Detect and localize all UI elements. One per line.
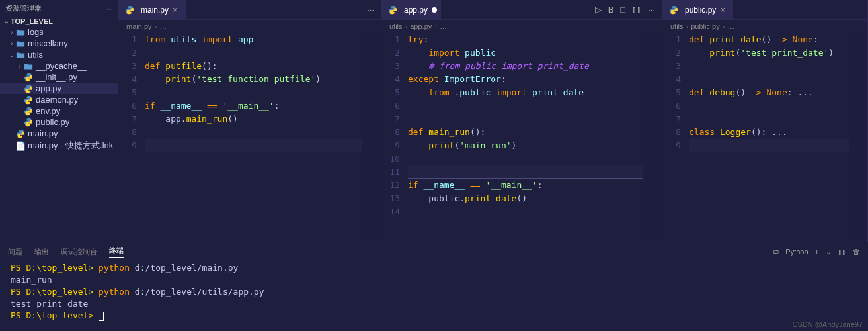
- code-line[interactable]: try:: [408, 33, 643, 46]
- editor-action-icon[interactable]: B: [608, 5, 614, 15]
- code-line[interactable]: if __name__ == '__main__':: [408, 179, 643, 192]
- split-icon[interactable]: ⫿⫿: [838, 248, 846, 256]
- minimap[interactable]: [849, 33, 867, 242]
- editor-action-icon[interactable]: □: [620, 5, 625, 15]
- code-body[interactable]: try: import public # from public import …: [408, 33, 643, 242]
- file-__init__.py[interactable]: __init__.py: [0, 71, 118, 83]
- add-terminal-icon[interactable]: +: [815, 248, 819, 256]
- editor-pane-public.py: public.py×utils›public.py›…123456789def …: [662, 0, 868, 242]
- code-line[interactable]: [408, 205, 643, 218]
- code-line[interactable]: [689, 73, 849, 86]
- code-line[interactable]: public.print_date(): [408, 192, 643, 205]
- editor-action-icon[interactable]: ⫿⫿: [632, 5, 641, 15]
- code-line[interactable]: [689, 99, 849, 113]
- chevron-down-icon[interactable]: ⌄: [826, 248, 832, 256]
- code-body[interactable]: def print_date() -> None: print('test pr…: [689, 33, 849, 242]
- trash-icon[interactable]: 🗑: [853, 248, 860, 256]
- file-main.py[interactable]: main.py: [0, 128, 118, 139]
- crumb-segment[interactable]: …: [159, 23, 167, 30]
- terminal-lang: Python: [785, 248, 808, 256]
- crumb-segment[interactable]: utils: [670, 23, 684, 30]
- crumb-segment[interactable]: …: [727, 23, 734, 30]
- code-line[interactable]: [145, 139, 362, 152]
- code-line[interactable]: # from public import print_date: [408, 60, 643, 73]
- tree-item-label: __pycache__: [36, 61, 87, 71]
- minimap[interactable]: [643, 33, 662, 242]
- panel-tab-问题[interactable]: 问题: [8, 247, 22, 257]
- editor-tab[interactable]: public.py×: [662, 0, 733, 20]
- close-icon[interactable]: ×: [173, 5, 182, 15]
- explorer-sidebar: 资源管理器 ··· ⌄ TOP_LEVEL ›logs›miscellany⌄u…: [0, 0, 118, 242]
- code-line[interactable]: def main_run():: [408, 126, 643, 139]
- crumb-segment[interactable]: utils: [389, 23, 403, 30]
- editor-pane-app.py: app.py▷B□⫿⫿···utils›app.py›…123456789101…: [381, 0, 662, 242]
- code-line[interactable]: import public: [408, 46, 643, 60]
- code-body[interactable]: from utils import appdef putfile(): prin…: [145, 33, 362, 242]
- terminal[interactable]: PS D:\top_level> python d:/top_level/mai…: [0, 261, 868, 331]
- editor-tab[interactable]: app.py: [381, 0, 441, 20]
- code-line[interactable]: class Logger(): ...: [689, 126, 849, 139]
- code-line[interactable]: [408, 99, 643, 113]
- folder-utils[interactable]: ⌄utils: [0, 49, 118, 60]
- crumb-segment[interactable]: main.py: [126, 23, 152, 30]
- terminal-line: test print_date: [11, 298, 857, 310]
- code-line[interactable]: [145, 46, 362, 60]
- terminal-type-icon[interactable]: ⧉: [773, 248, 779, 256]
- folder-logs[interactable]: ›logs: [0, 26, 118, 38]
- code-line[interactable]: [408, 166, 643, 179]
- panel-tab-终端[interactable]: 终端: [109, 246, 124, 258]
- folder-miscellany[interactable]: ›miscellany: [0, 38, 118, 49]
- code-line[interactable]: [145, 86, 362, 99]
- code-line[interactable]: [408, 113, 643, 126]
- watermark: CSDN @AndyJane97: [792, 320, 863, 328]
- panel-tab-输出[interactable]: 输出: [34, 247, 49, 257]
- editor-action-icon[interactable]: ···: [648, 5, 655, 15]
- workspace-root[interactable]: ⌄ TOP_LEVEL: [0, 16, 118, 26]
- code-line[interactable]: def debug() -> None: ...: [689, 86, 849, 99]
- close-icon[interactable]: ×: [720, 5, 729, 15]
- panel-tab-调试控制台[interactable]: 调试控制台: [61, 247, 97, 257]
- code-line[interactable]: app.main_run(): [145, 113, 362, 126]
- crumb-segment[interactable]: public.py: [691, 23, 719, 30]
- crumb-segment[interactable]: app.py: [410, 23, 432, 30]
- code-line[interactable]: [689, 60, 849, 73]
- terminal-line: main_run: [11, 274, 857, 286]
- editor-action-icon[interactable]: ···: [367, 5, 374, 15]
- code-line[interactable]: from .public import print_date: [408, 86, 643, 99]
- code-line[interactable]: [689, 139, 849, 152]
- folder-__pycache__[interactable]: ›__pycache__: [0, 60, 118, 71]
- breadcrumb[interactable]: utils›public.py›…: [662, 20, 867, 33]
- gutter: 123456789: [118, 33, 145, 242]
- file-env.py[interactable]: env.py: [0, 105, 118, 117]
- file-daemon.py[interactable]: daemon.py: [0, 94, 118, 105]
- code-line[interactable]: from utils import app: [145, 33, 362, 46]
- editor-group: main.py×···main.py›…123456789from utils …: [118, 0, 868, 242]
- panel-tabs: 问题输出调试控制台终端⧉Python+⌄⫿⫿🗑: [0, 242, 868, 261]
- code-line[interactable]: if __name__ == '__main__':: [145, 99, 362, 113]
- root-label: TOP_LEVEL: [11, 17, 53, 25]
- tree-item-label: public.py: [36, 117, 69, 127]
- code-line[interactable]: print('main_run'): [408, 139, 643, 152]
- breadcrumb[interactable]: main.py›…: [118, 20, 381, 33]
- tree-item-label: main.py: [28, 128, 58, 138]
- more-icon[interactable]: ···: [105, 3, 112, 13]
- file-public.py[interactable]: public.py: [0, 117, 118, 128]
- file-main.py - 快捷方式.lnk[interactable]: 📄main.py - 快捷方式.lnk: [0, 139, 118, 152]
- crumb-segment[interactable]: …: [440, 23, 447, 30]
- tree-item-label: logs: [28, 27, 44, 37]
- code-line[interactable]: print('test function putfile'): [145, 73, 362, 86]
- editor-action-icon[interactable]: ▷: [595, 5, 602, 15]
- tab-label: main.py: [141, 5, 169, 15]
- code-line[interactable]: except ImportError:: [408, 73, 643, 86]
- code-line[interactable]: def print_date() -> None:: [689, 33, 849, 46]
- code-line[interactable]: def putfile():: [145, 60, 362, 73]
- editor-tab[interactable]: main.py×: [118, 0, 186, 20]
- code-line[interactable]: print('test print_date'): [689, 46, 849, 60]
- code-line[interactable]: [408, 152, 643, 166]
- minimap[interactable]: [362, 33, 381, 242]
- code-line[interactable]: [689, 113, 849, 126]
- code-line[interactable]: [145, 126, 362, 139]
- dirty-indicator-icon[interactable]: [432, 7, 437, 13]
- file-app.py[interactable]: app.py: [0, 83, 118, 94]
- breadcrumb[interactable]: utils›app.py›…: [381, 20, 662, 33]
